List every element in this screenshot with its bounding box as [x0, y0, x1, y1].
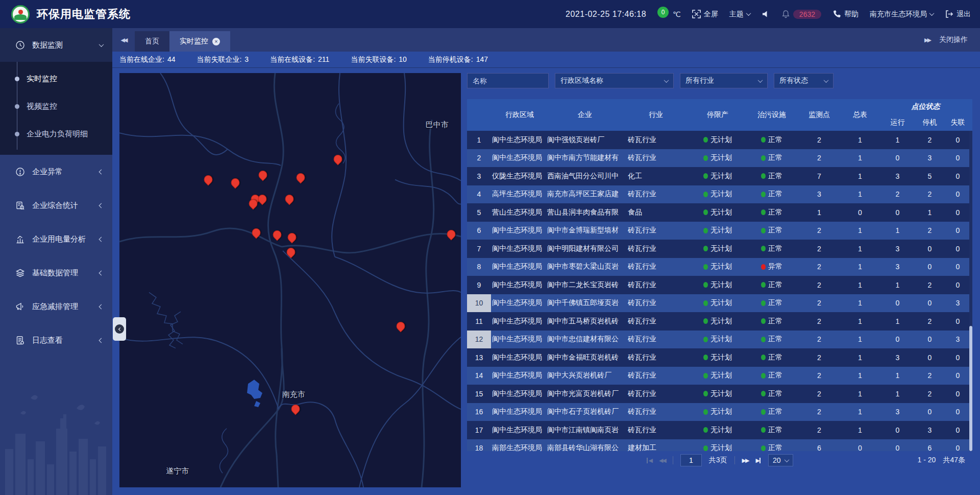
cell-company: 阆中市江南镇阆南页岩 [547, 421, 623, 439]
cell-meters: 1 [841, 421, 879, 439]
status-dot-green [703, 137, 708, 143]
table-row[interactable]: 5营山生态环境局营山县润丰肉食品有限食品无计划正常10010 [467, 203, 972, 222]
cell-num: 14 [467, 367, 491, 385]
table-row[interactable]: 13阆中生态环境局阆中市金福旺页岩机砖砖瓦行业无计划正常21300 [467, 348, 972, 367]
status-dot-green [761, 391, 766, 396]
last-page-icon[interactable]: ▶ [756, 457, 761, 464]
stats-bar: 当前在线企业:44 当前失联企业:3 当前在线设备:211 当前失联设备:10 … [112, 52, 980, 68]
logout-button[interactable]: 退出 [945, 10, 971, 19]
name-filter-field[interactable] [467, 73, 549, 88]
chevron-down-icon [784, 457, 789, 462]
pager-divider [673, 456, 673, 464]
status-dot-green [703, 427, 708, 433]
cell-meters: 1 [841, 294, 879, 313]
cell-meters: 1 [841, 276, 879, 294]
map-collapse-button[interactable] [113, 317, 126, 341]
sidebar-item-enterprise-statistics[interactable]: 企业综合统计 [0, 188, 112, 222]
sidebar-item-log-view[interactable]: 日志查看 [0, 323, 112, 357]
main-area: ◀◀ 首页 实时监控 × ▶▶ 关闭操作 当前在线企业:44 [112, 28, 980, 495]
first-page-icon[interactable]: ◀ [646, 457, 651, 464]
table-row[interactable]: 11阆中生态环境局阆中市五马桥页岩机砖砖瓦行业无计划正常21120 [467, 312, 972, 331]
table-row[interactable]: 17阆中生态环境局阆中市江南镇阆南页岩砖瓦行业无计划正常21030 [467, 421, 972, 439]
cell-stop: 2 [916, 385, 943, 403]
sound-button[interactable] [762, 10, 770, 18]
help-button[interactable]: 帮助 [832, 10, 859, 19]
status-dot-green [761, 192, 766, 197]
status-filter-select[interactable]: 所有状态 [774, 73, 834, 88]
tab-scroll-right-icon[interactable]: ▶▶ [924, 37, 930, 43]
cell-lost: 0 [943, 385, 972, 403]
table-row[interactable]: 15阆中生态环境局阆中市光富页岩机砖厂砖瓦行业无计划正常21120 [467, 385, 972, 403]
sidebar-item-power-analysis[interactable]: 企业用电量分析 [0, 222, 112, 256]
tab-home[interactable]: 首页 [135, 31, 169, 52]
cell-industry: 砖瓦行业 [623, 222, 689, 240]
cell-limit: 无计划 [689, 348, 746, 367]
brand: 环保用电监管系统 [11, 5, 131, 23]
tab-close-icon[interactable]: × [212, 38, 220, 45]
table-row[interactable]: 18南部生态环境局南部县砖华山湖有限公建材加工无计划正常60060 [467, 439, 972, 452]
cell-limit: 无计划 [689, 240, 746, 258]
table-row[interactable]: 3仪陇生态环境局西南油气田分公司川中化工无计划正常71350 [467, 167, 972, 185]
cell-stop: 0 [916, 331, 943, 349]
table-row[interactable]: 12阆中生态环境局阆中市忠信建材有限公砖瓦行业无计划正常21003 [467, 331, 972, 349]
cell-run: 3 [879, 403, 916, 421]
sidebar-item-data-monitor[interactable]: 数据监测 [0, 28, 112, 62]
region-filter-select[interactable]: 行政区域名称 [555, 73, 674, 88]
cell-num: 2 [467, 149, 491, 168]
table-row[interactable]: 1阆中生态环境局阆中强锐页岩砖厂砖瓦行业无计划正常21120 [467, 131, 972, 149]
cell-points: 2 [797, 403, 841, 421]
cell-facility: 正常 [746, 240, 797, 258]
notifications[interactable]: 2632 [781, 10, 821, 19]
sidebar-item-enterprise-abnormal[interactable]: 企业异常 [0, 155, 112, 188]
status-dot-green [703, 246, 708, 251]
table-row[interactable]: 14阆中生态环境局阆中大兴页岩机砖厂砖瓦行业无计划正常21120 [467, 367, 972, 385]
cell-region: 高坪生态环境局 [491, 185, 547, 204]
phone-icon [832, 10, 841, 18]
tab-realtime-monitor[interactable]: 实时监控 × [169, 31, 230, 52]
table-row[interactable]: 6阆中生态环境局阆中市金博瑞新型墙材砖瓦行业无计划正常21120 [467, 222, 972, 240]
theme-dropdown[interactable]: 主题 [729, 10, 750, 19]
close-operations[interactable]: ▶▶ 关闭操作 [912, 28, 980, 52]
cell-stop: 2 [916, 222, 943, 240]
sidebar-item-realtime-monitor[interactable]: 实时监控 [0, 65, 112, 92]
cell-limit: 无计划 [689, 294, 746, 313]
next-page-icon[interactable]: ▶▶ [742, 457, 749, 464]
sidebar-item-power-load-detail[interactable]: 企业电力负荷明细 [0, 120, 112, 148]
map-panel[interactable]: 巴中市 南充市 遂宁市 [119, 73, 461, 487]
fullscreen-button[interactable]: 全屏 [692, 10, 718, 19]
tab-scroll-left-icon[interactable]: ◀◀ [112, 28, 135, 52]
table-row[interactable]: 4高坪生态环境局南充市高坪区王家店建砖瓦行业无计划正常31220 [467, 185, 972, 204]
page-size-select[interactable]: 20 [768, 454, 793, 466]
stat-online-enterprises: 当前在线企业:44 [119, 55, 175, 64]
cell-limit: 无计划 [689, 258, 746, 276]
cell-region: 阆中生态环境局 [491, 403, 547, 421]
cell-lost: 3 [943, 294, 972, 313]
app-root: 环保用电监管系统 2021-02-25 17:46:18 0 ℃ 全屏 主题 [0, 0, 980, 495]
prev-page-icon[interactable]: ◀◀ [659, 457, 666, 464]
page-number-input[interactable] [680, 454, 702, 466]
status-dot-green [761, 337, 766, 342]
cell-facility: 正常 [746, 131, 797, 149]
cell-company: 阆中市枣碧大梁山页岩 [547, 258, 623, 276]
table-row[interactable]: 10阆中生态环境局阆中千佛镇五郎垭页岩砖瓦行业无计划正常21003 [467, 294, 972, 313]
table-row[interactable]: 16阆中生态环境局阆中市石子页岩机砖厂砖瓦行业无计划正常21300 [467, 403, 972, 421]
status-dot-green [703, 155, 708, 161]
sidebar-item-emergency-reduction[interactable]: 应急减排管理 [0, 290, 112, 323]
table-row[interactable]: 9阆中生态环境局阆中市二龙长宝页岩砖砖瓦行业无计划正常21120 [467, 276, 972, 294]
sidebar-item-base-data[interactable]: 基础数据管理 [0, 256, 112, 290]
cell-facility: 正常 [746, 403, 797, 421]
report-search-icon [15, 201, 25, 210]
industry-filter-select[interactable]: 所有行业 [680, 73, 768, 88]
scrollbar-thumb[interactable] [969, 326, 972, 451]
status-dot-green [761, 282, 766, 288]
sidebar-item-video-monitor[interactable]: 视频监控 [0, 92, 112, 120]
cell-company: 阆中强锐页岩砖厂 [547, 131, 623, 149]
table-row[interactable]: 8阆中生态环境局阆中市枣碧大梁山页岩砖瓦行业无计划异常21300 [467, 258, 972, 276]
name-filter-input[interactable] [473, 77, 543, 85]
org-dropdown[interactable]: 南充市生态环境局 [870, 10, 934, 19]
header-point-status-group: 点位状态 运行 停机 失联 [879, 99, 972, 131]
header-facility: 治污设施 [746, 99, 797, 131]
cell-industry: 砖瓦行业 [623, 385, 689, 403]
table-row[interactable]: 7阆中生态环境局阆中明阳建材有限公司砖瓦行业无计划正常21300 [467, 240, 972, 258]
table-row[interactable]: 2阆中生态环境局阆中市南方节能建材有砖瓦行业无计划正常21030 [467, 149, 972, 168]
